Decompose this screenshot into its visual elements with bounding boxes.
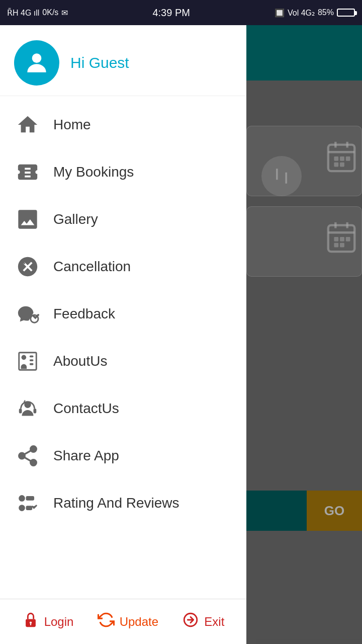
- sidebar-item-contact-label: ContactUs: [53, 400, 119, 417]
- svg-line-33: [24, 450, 31, 454]
- refresh-icon: [98, 611, 115, 632]
- feedback-icon: [14, 300, 41, 328]
- update-button[interactable]: Update: [89, 606, 166, 637]
- sidebar-item-feedback-label: Feedback: [53, 306, 115, 322]
- drawer-bottom-bar: Login Update Exit: [0, 599, 246, 644]
- msg-icon: ✉: [61, 8, 68, 18]
- svg-rect-23: [30, 356, 34, 358]
- home-icon: [14, 111, 41, 138]
- svg-point-30: [19, 453, 25, 459]
- sidebar-item-cancellation[interactable]: Cancellation: [0, 243, 246, 290]
- sidebar-item-home[interactable]: Home: [0, 101, 246, 148]
- exit-label: Exit: [204, 615, 224, 629]
- login-button[interactable]: Login: [14, 606, 82, 637]
- sidebar-item-share-app[interactable]: Share App: [0, 432, 246, 479]
- sidebar-item-rating[interactable]: Rating And Reviews: [0, 479, 246, 527]
- sidebar-item-gallery-label: Gallery: [53, 211, 98, 227]
- sidebar-item-share-label: Share App: [53, 448, 119, 464]
- svg-point-31: [31, 460, 37, 466]
- lock-icon: [22, 611, 39, 632]
- svg-rect-24: [30, 359, 34, 361]
- gallery-icon: [14, 206, 41, 233]
- menu-list: Home My Bookings Gallery: [0, 96, 246, 599]
- svg-point-22: [22, 355, 27, 360]
- svg-rect-37: [27, 507, 32, 510]
- exit-icon: [182, 611, 199, 632]
- svg-rect-35: [27, 497, 33, 500]
- sidebar-item-about-label: AboutUs: [53, 353, 107, 369]
- svg-point-39: [30, 621, 32, 623]
- navigation-drawer: Hi Guest Home My Bookings: [0, 25, 246, 644]
- status-left: R̄H 4G ıll 0K/s ✉: [7, 8, 68, 18]
- ticket-icon: [14, 158, 41, 186]
- battery-icon: [337, 9, 355, 17]
- svg-rect-25: [30, 363, 34, 365]
- bt-icon: 🔲: [275, 8, 285, 18]
- contact-icon: [14, 395, 41, 422]
- svg-point-36: [20, 506, 25, 511]
- greeting-text: Hi Guest: [70, 54, 129, 71]
- svg-rect-28: [34, 409, 37, 414]
- sidebar-item-rating-label: Rating And Reviews: [53, 495, 179, 511]
- sidebar-item-about-us[interactable]: AboutUs: [0, 338, 246, 385]
- about-icon: [14, 348, 41, 375]
- battery-percent: 85%: [318, 8, 334, 17]
- rating-icon: [14, 490, 41, 517]
- status-bar: R̄H 4G ıll 0K/s ✉ 4:39 PM 🔲 Vol 4G₂ 85%: [0, 0, 362, 25]
- svg-point-34: [20, 496, 25, 501]
- cancellation-icon: [14, 253, 41, 280]
- speed-text: 0K/s: [42, 8, 58, 17]
- network-text: Vol 4G₂: [288, 8, 315, 18]
- login-label: Login: [44, 615, 74, 629]
- sidebar-item-feedback[interactable]: Feedback: [0, 290, 246, 338]
- exit-button[interactable]: Exit: [174, 606, 232, 637]
- sidebar-item-bookings-label: My Bookings: [53, 164, 134, 180]
- svg-point-29: [31, 446, 37, 452]
- share-icon: [14, 442, 41, 469]
- svg-line-32: [24, 457, 31, 461]
- signal-text: R̄H 4G ıll: [7, 8, 39, 18]
- sidebar-item-my-bookings[interactable]: My Bookings: [0, 148, 246, 196]
- avatar: [14, 40, 59, 86]
- sidebar-item-contact-us[interactable]: ContactUs: [0, 385, 246, 432]
- time-display: 4:39 PM: [152, 7, 190, 19]
- sidebar-item-gallery[interactable]: Gallery: [0, 196, 246, 243]
- sidebar-item-home-label: Home: [53, 117, 91, 133]
- sidebar-item-cancellation-label: Cancellation: [53, 259, 131, 275]
- drawer-overlay: [241, 25, 362, 644]
- svg-point-18: [32, 53, 42, 63]
- status-right: 🔲 Vol 4G₂ 85%: [275, 8, 355, 18]
- update-label: Update: [120, 615, 158, 629]
- svg-rect-27: [19, 409, 22, 414]
- drawer-header: Hi Guest: [0, 25, 246, 96]
